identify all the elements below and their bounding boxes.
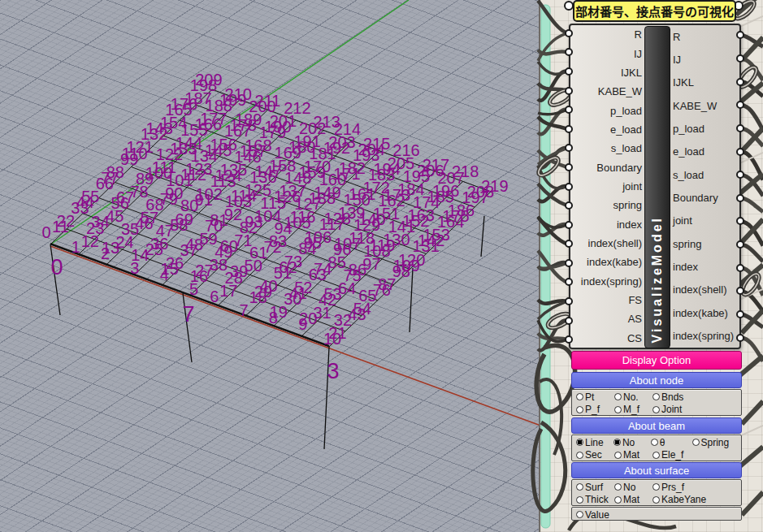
radio-button[interactable] <box>614 452 622 459</box>
radio-label: Surf <box>585 482 603 493</box>
radio-option-no[interactable]: No <box>614 482 652 493</box>
section-header-about-node[interactable]: About node <box>571 372 742 388</box>
node-number-label: 212 <box>284 99 310 117</box>
radio-button[interactable] <box>692 439 700 446</box>
radio-label: KabeYane <box>661 494 706 505</box>
output-connector[interactable] <box>736 194 744 202</box>
input-connector[interactable] <box>565 125 573 133</box>
component-name-bar[interactable]: VisualizeModel <box>644 26 670 348</box>
node-number-label: 210 <box>225 85 252 103</box>
column-number-label: 7 <box>182 302 194 327</box>
input-label: e_load <box>610 124 642 135</box>
radio-option-line[interactable]: Line <box>576 437 613 448</box>
radio-option-m_f[interactable]: M_f <box>614 404 652 415</box>
radio-button[interactable] <box>613 439 621 446</box>
radio-label: Mat <box>623 449 639 461</box>
radio-option-kabeyane[interactable]: KabeYane <box>652 494 695 505</box>
radio-button[interactable] <box>652 483 660 491</box>
display-option-button[interactable]: Display Option <box>571 351 742 370</box>
radio-label: Line <box>585 437 604 448</box>
radio-option-joint[interactable]: Joint <box>652 404 695 415</box>
radio-label: P_f <box>585 404 600 415</box>
output-connector[interactable] <box>736 148 744 156</box>
input-connector[interactable] <box>565 221 573 229</box>
radio-button[interactable] <box>651 439 658 446</box>
input-label: s_load <box>611 143 642 154</box>
radio-option-spring[interactable]: Spring <box>692 437 742 448</box>
radio-option-sec[interactable]: Sec <box>576 449 614 461</box>
output-connector[interactable] <box>736 310 744 318</box>
radio-button[interactable] <box>576 452 583 459</box>
radio-button[interactable] <box>614 483 622 491</box>
section-header-about-surface[interactable]: About surface <box>571 462 742 478</box>
output-port-labels: RIJIJKLKABE_Wp_loade_loads_loadBoundaryj… <box>673 25 739 348</box>
radio-button[interactable] <box>576 496 583 504</box>
input-connector[interactable] <box>565 297 573 305</box>
radio-option-no[interactable]: No <box>613 437 651 448</box>
output-connector[interactable] <box>736 264 744 272</box>
radio-button[interactable] <box>652 452 660 459</box>
radio-button[interactable] <box>614 496 622 504</box>
radio-label: Spring <box>701 437 730 448</box>
node-number-label: 6 <box>210 288 219 305</box>
input-label: KABE_W <box>598 86 642 97</box>
output-connector[interactable] <box>736 78 744 86</box>
input-connector[interactable] <box>565 67 573 76</box>
option-row: P_fM_fJoint <box>576 404 741 417</box>
input-connector[interactable] <box>565 163 573 171</box>
output-label: joint <box>673 215 692 226</box>
radio-label: Mat <box>623 494 639 505</box>
visualize-model-component[interactable]: RIJIJKLKABE_Wp_loade_loads_loadBoundaryj… <box>569 24 741 349</box>
radio-button[interactable] <box>576 393 583 400</box>
radio-option-value[interactable]: Value <box>576 509 609 521</box>
section-header-about-beam[interactable]: About beam <box>571 417 742 434</box>
output-connector[interactable] <box>736 54 744 63</box>
radio-option-pt[interactable]: Pt <box>576 391 614 403</box>
input-connector[interactable] <box>565 29 573 37</box>
radio-button[interactable] <box>576 439 583 446</box>
radio-button[interactable] <box>576 511 583 518</box>
radio-button[interactable] <box>652 393 660 400</box>
output-connector[interactable] <box>736 124 744 132</box>
output-label: index(kabe) <box>673 308 728 318</box>
radio-option-θ[interactable]: θ <box>651 437 692 448</box>
input-label: index(spring) <box>581 276 642 287</box>
output-connector[interactable] <box>736 334 744 342</box>
radio-option-bnds[interactable]: Bnds <box>652 391 695 403</box>
radio-button[interactable] <box>652 496 660 504</box>
input-connector[interactable] <box>565 87 573 95</box>
radio-button[interactable] <box>614 406 622 413</box>
node-number-label: 217 <box>423 156 449 174</box>
radio-label: Thick <box>585 494 609 505</box>
radio-option-ele_f[interactable]: Ele_f <box>652 449 695 461</box>
radio-button[interactable] <box>652 406 660 413</box>
input-connector[interactable] <box>565 317 573 325</box>
radio-button[interactable] <box>576 483 583 491</box>
rhino-viewport[interactable]: 0123456789101112131415161718192021222324… <box>0 0 539 532</box>
radio-label: No. <box>623 391 639 403</box>
radio-option-thick[interactable]: Thick <box>576 494 614 505</box>
input-label: spring <box>613 200 642 210</box>
radio-button[interactable] <box>614 393 622 400</box>
input-connector[interactable] <box>565 183 573 191</box>
radio-button[interactable] <box>576 406 583 413</box>
radio-option-no.[interactable]: No. <box>614 391 652 403</box>
radio-option-surf[interactable]: Surf <box>576 482 614 493</box>
radio-option-prs_f[interactable]: Prs_f <box>652 482 695 493</box>
node-number-label: 7 <box>240 301 249 319</box>
output-label: spring <box>673 239 701 249</box>
value-option-panel: Value <box>571 507 742 521</box>
input-connector[interactable] <box>565 259 573 267</box>
radio-label: Value <box>585 509 609 521</box>
option-row: LineNoθSpring <box>576 436 741 449</box>
radio-label: No <box>622 437 635 448</box>
radio-label: M_f <box>623 404 639 415</box>
radio-option-mat[interactable]: Mat <box>614 449 652 461</box>
output-label: IJ <box>673 54 681 65</box>
application-window: 0123456789101112131415161718192021222324… <box>0 0 763 532</box>
radio-option-p_f[interactable]: P_f <box>576 404 614 415</box>
radio-label: Sec <box>585 449 602 461</box>
radio-label: Joint <box>661 404 682 415</box>
radio-option-mat[interactable]: Mat <box>614 494 652 505</box>
option-row: SecMatEle_f <box>576 449 741 462</box>
